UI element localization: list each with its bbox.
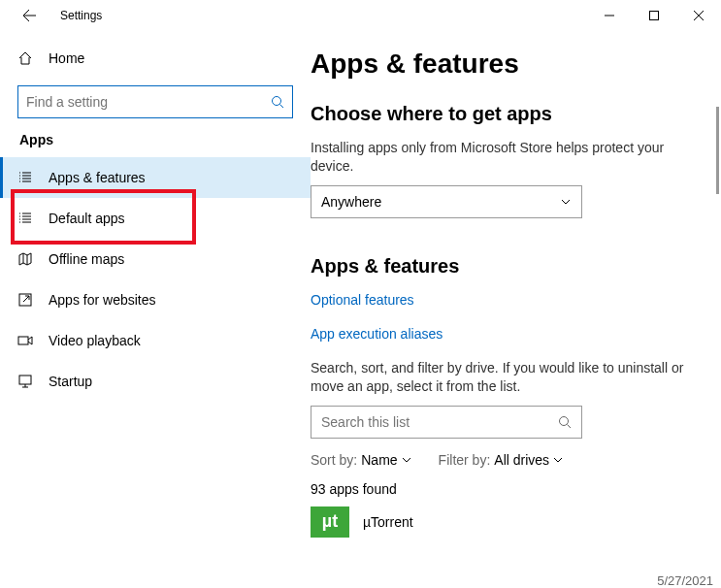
minimize-icon — [605, 11, 614, 20]
map-icon — [17, 251, 43, 267]
list-icon — [17, 170, 43, 185]
sidebar-item-offline-maps[interactable]: Offline maps — [0, 239, 311, 279]
home-nav[interactable]: Home — [0, 39, 311, 78]
home-label: Home — [49, 50, 84, 66]
dropdown-value: Anywhere — [321, 194, 381, 210]
title-bar: Settings — [0, 0, 721, 31]
execution-aliases-link[interactable]: App execution aliases — [311, 326, 442, 342]
sort-by-control[interactable]: Sort by: Name — [311, 452, 411, 468]
sidebar-item-startup[interactable]: Startup — [0, 361, 311, 402]
chevron-down-icon — [402, 455, 411, 465]
optional-features-link[interactable]: Optional features — [311, 292, 414, 308]
back-button[interactable] — [16, 8, 43, 23]
filter-label: Filter by: — [439, 452, 491, 468]
search-icon — [558, 415, 572, 429]
page-title: Apps & features — [311, 49, 707, 80]
source-heading: Choose where to get apps — [311, 103, 707, 125]
svg-rect-0 — [650, 12, 659, 20]
nav-label: Video playback — [49, 333, 141, 348]
sidebar: Home Apps Apps & features Default apps — [0, 31, 311, 588]
search-list-box[interactable] — [311, 406, 582, 439]
utorrent-icon: µt — [311, 506, 349, 538]
filter-by-control[interactable]: Filter by: All drives — [439, 452, 563, 468]
sort-filter-row: Sort by: Name Filter by: All drives — [311, 452, 707, 468]
sidebar-item-apps-websites[interactable]: Apps for websites — [0, 279, 311, 320]
app-source-dropdown[interactable]: Anywhere — [311, 185, 582, 218]
arrow-left-icon — [21, 8, 37, 23]
sidebar-item-default-apps[interactable]: Default apps — [0, 198, 311, 239]
minimize-button[interactable] — [587, 0, 632, 31]
filter-value: All drives — [494, 452, 549, 468]
svg-rect-4 — [19, 376, 31, 384]
window-controls — [587, 0, 721, 31]
video-icon — [17, 333, 43, 348]
chevron-down-icon — [560, 196, 572, 208]
nav-label: Offline maps — [49, 251, 124, 267]
svg-rect-3 — [18, 337, 28, 344]
svg-point-5 — [560, 416, 569, 425]
find-setting-search[interactable] — [17, 85, 293, 118]
window-title: Settings — [60, 9, 102, 22]
startup-icon — [17, 374, 43, 389]
scrollbar[interactable] — [716, 107, 719, 194]
app-name: µTorrent — [363, 514, 413, 530]
features-heading: Apps & features — [311, 255, 707, 278]
sidebar-item-apps-features[interactable]: Apps & features — [0, 157, 311, 198]
chevron-down-icon — [553, 455, 563, 465]
nav-label: Apps for websites — [49, 292, 156, 308]
maximize-icon — [649, 11, 659, 20]
search-list-input[interactable] — [321, 414, 558, 430]
nav-label: Default apps — [49, 211, 125, 226]
nav-label: Apps & features — [49, 170, 146, 185]
filter-description: Search, sort, and filter by drive. If yo… — [311, 359, 707, 396]
main-content: Apps & features Choose where to get apps… — [311, 31, 721, 588]
home-icon — [17, 50, 43, 66]
apps-count: 93 apps found — [311, 481, 707, 497]
category-heading: Apps — [19, 132, 311, 147]
find-setting-input[interactable] — [26, 94, 271, 110]
source-description: Installing apps only from Microsoft Stor… — [311, 139, 707, 176]
close-button[interactable] — [676, 0, 721, 31]
sidebar-item-video-playback[interactable]: Video playback — [0, 320, 311, 361]
app-list-item[interactable]: µt µTorrent — [311, 506, 707, 538]
sort-value: Name — [361, 452, 397, 468]
sort-label: Sort by: — [311, 452, 357, 468]
maximize-button[interactable] — [632, 0, 676, 31]
open-icon — [17, 292, 43, 308]
date-text: 5/27/2021 — [657, 573, 713, 588]
close-icon — [694, 11, 704, 20]
svg-point-1 — [273, 97, 281, 106]
search-icon — [271, 95, 284, 109]
list-icon — [17, 211, 43, 226]
nav-label: Startup — [49, 374, 92, 389]
